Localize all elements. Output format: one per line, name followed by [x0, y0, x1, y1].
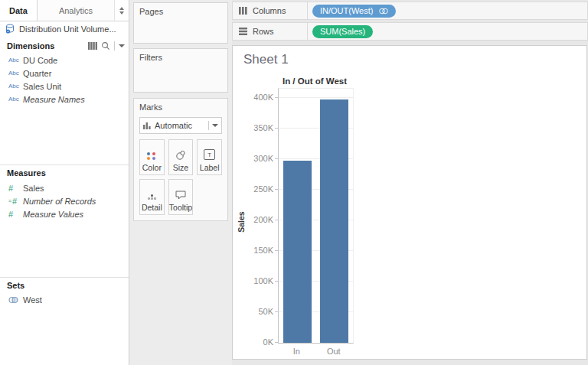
pane-divider	[0, 165, 129, 165]
detail-icon	[148, 194, 156, 200]
field-sales[interactable]: # Sales	[0, 181, 129, 194]
abc-icon: Abc	[8, 96, 23, 103]
field-measure-values[interactable]: # Measure Values	[0, 207, 129, 220]
cards-column: Pages Filters Marks Automatic	[129, 0, 232, 365]
dimensions-header: Dimensions	[7, 39, 125, 52]
size-button[interactable]: Size	[168, 139, 194, 175]
set-venn-icon	[8, 296, 23, 304]
worksheet-region: Columns IN/OUT(West)	[232, 0, 588, 365]
y-tick-mark	[275, 281, 278, 282]
columns-icon	[239, 7, 247, 15]
y-tick-mark	[275, 128, 278, 129]
field-du-code[interactable]: Abc DU Code	[0, 54, 129, 67]
find-field-icon[interactable]	[101, 41, 110, 51]
detail-button[interactable]: Detail	[139, 179, 165, 215]
y-tick-mark	[275, 158, 278, 159]
filters-shelf[interactable]: Filters	[133, 48, 228, 93]
y-tick-label: 150K	[243, 246, 273, 255]
bar-out[interactable]	[320, 99, 348, 343]
chart-title: In / Out of West	[248, 77, 381, 86]
data-pane: Data Analytics Distribution Unit Volume.…	[0, 0, 129, 365]
sets-list: West	[0, 293, 129, 306]
x-tick-label: In	[278, 347, 315, 356]
sheet-title: Sheet 1	[243, 52, 289, 67]
datasource-item[interactable]: Distribution Unit Volume...	[0, 21, 129, 37]
number-icon: #	[8, 184, 23, 193]
marks-label: Marks	[139, 103, 162, 112]
y-tick-label: 200K	[243, 215, 273, 224]
dimensions-menu-caret-icon[interactable]	[119, 44, 125, 47]
measures-title: Measures	[7, 168, 46, 178]
y-tick-mark	[275, 250, 278, 251]
tooltip-button[interactable]: Tooltip	[168, 179, 194, 215]
y-tick-label: 0K	[243, 337, 273, 347]
field-west-set[interactable]: West	[0, 293, 129, 306]
y-tick-label: 250K	[243, 184, 273, 194]
y-tick-mark	[275, 220, 278, 220]
label-button[interactable]: T Label	[197, 139, 222, 175]
pane-toggle-icon[interactable]	[114, 0, 129, 21]
marks-card: Marks Automatic	[133, 98, 228, 221]
sheet-canvas: Sheet 1 In / Out of West Sales 0K50K100K…	[232, 45, 587, 360]
pane-divider	[0, 277, 129, 278]
dimensions-list: Abc DU Code Abc Quarter Abc Sales Unit A…	[0, 54, 129, 106]
color-button[interactable]: Color	[139, 139, 165, 175]
abc-icon: Abc	[8, 83, 23, 90]
measures-list: # Sales =# Number of Records # Measure V…	[0, 181, 129, 220]
rows-shelf[interactable]: Rows SUM(Sales)	[232, 22, 588, 41]
field-measure-names[interactable]: Abc Measure Names	[0, 93, 129, 106]
x-tick-label: Out	[315, 347, 353, 356]
y-tick-mark	[275, 189, 278, 190]
mark-type-value: Automatic	[155, 121, 208, 130]
abc-icon: Abc	[8, 70, 23, 77]
datasource-name: Distribution Unit Volume...	[19, 24, 116, 34]
y-tick-mark	[275, 342, 278, 343]
dimensions-title: Dimensions	[7, 41, 54, 51]
filters-label: Filters	[139, 53, 162, 62]
database-icon	[5, 24, 15, 34]
rows-label: Rows	[253, 27, 300, 36]
label-icon: T	[204, 149, 215, 160]
y-tick-label: 50K	[243, 307, 273, 316]
pill-set-venn-icon	[379, 8, 388, 15]
rows-pill-sum-sales[interactable]: SUM(Sales)	[312, 25, 373, 38]
color-icon	[147, 152, 156, 160]
view-data-grid-icon[interactable]	[88, 42, 97, 50]
rows-icon	[239, 28, 247, 35]
bar-in[interactable]	[283, 161, 312, 343]
bar-chart-icon	[143, 122, 151, 129]
pane-tabbar: Data Analytics	[0, 0, 129, 21]
abc-icon: Abc	[8, 57, 23, 64]
tooltip-icon	[175, 191, 186, 200]
sets-title: Sets	[7, 281, 24, 290]
y-tick-label: 100K	[243, 276, 273, 285]
columns-pill-in-out-west[interactable]: IN/OUT(West)	[312, 5, 396, 18]
field-sales-unit[interactable]: Abc Sales Unit	[0, 80, 129, 93]
mark-type-caret-icon	[212, 124, 218, 127]
number-icon: #	[8, 210, 23, 219]
y-tick-label: 300K	[243, 154, 273, 163]
columns-shelf[interactable]: Columns IN/OUT(West)	[232, 2, 588, 20]
marks-buttons: Color Size T Label	[139, 139, 222, 215]
tableau-workspace: Data Analytics Distribution Unit Volume.…	[0, 0, 588, 365]
gridline	[279, 97, 353, 98]
tab-data[interactable]: Data	[0, 0, 38, 21]
y-tick-label: 400K	[243, 93, 273, 102]
y-tick-label: 350K	[243, 123, 273, 132]
y-tick-mark	[275, 97, 278, 98]
field-quarter[interactable]: Abc Quarter	[0, 67, 129, 80]
columns-label: Columns	[253, 6, 300, 15]
pages-label: Pages	[139, 7, 163, 16]
mark-type-dropdown[interactable]: Automatic	[139, 117, 222, 134]
y-tick-mark	[275, 311, 278, 312]
field-number-of-records[interactable]: =# Number of Records	[0, 194, 129, 207]
pages-shelf[interactable]: Pages	[133, 2, 228, 44]
auto-number-icon: =#	[8, 197, 23, 206]
plot-area	[278, 88, 354, 344]
tab-analytics[interactable]: Analytics	[38, 0, 114, 21]
size-icon	[175, 150, 186, 160]
